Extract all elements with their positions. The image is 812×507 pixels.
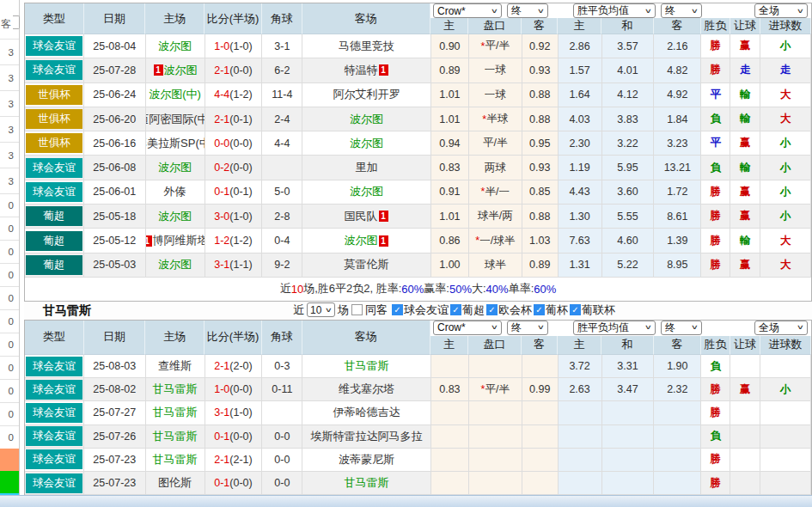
odds-away-cell: 0.93 [522, 156, 559, 180]
odds-source-select[interactable]: Crow*∨ [433, 3, 502, 18]
competition-chip: 球会友谊 [26, 380, 82, 400]
col-header-odds-away: 客 [522, 336, 558, 355]
odds-home-cell: 0.91 [431, 180, 469, 205]
corner-cell: 2-4 [262, 107, 302, 131]
col-header-corner: 角球 [262, 321, 302, 355]
date-cell: 25-07-28 [84, 58, 146, 82]
league-checkbox[interactable]: ✓ [392, 304, 403, 315]
score-cell: 3-0(1-0) [205, 205, 263, 229]
result-char: 大 [780, 234, 791, 248]
avg-away-cell: 4.92 [654, 83, 701, 107]
avg-away-cell: 3.23 [654, 131, 701, 156]
avg-away-cell: 4.82 [654, 58, 701, 82]
avg-away-cell [654, 425, 701, 449]
horizontal-scrollbar-track[interactable] [0, 495, 812, 507]
team-name: 伊蒂哈德吉达 [333, 405, 400, 420]
home-team-cell: 波尔图 [146, 156, 205, 180]
cropped-number: 0 [0, 241, 19, 264]
goals-result-cell: 大 [760, 229, 811, 253]
corner-cell: 4-4 [262, 131, 302, 156]
halftime-score: (0-0) [229, 431, 252, 443]
league-checkbox[interactable]: ✓ [450, 304, 461, 315]
away-team-cell: 国民队1 [302, 205, 431, 229]
table1-rows: 球会友谊25-08-04波尔图1-0(1-0)3-1马德里竞技0.90*平/半0… [25, 34, 811, 278]
chevron-down-icon: ∨ [797, 324, 804, 331]
avg-home-cell: 4.03 [559, 107, 602, 131]
fulltime-score: 0-2 [214, 162, 229, 174]
col-header-odds-handicap: 盘口 [468, 336, 522, 355]
league-checkbox[interactable]: ✓ [570, 304, 581, 315]
red-card-badge: 1 [379, 64, 388, 76]
odds-away-cell: 1.03 [522, 229, 559, 253]
fulltime-score: 3-1 [214, 259, 229, 271]
fulltime-score: 1-2 [214, 235, 229, 247]
competition-chip: 世俱杯 [26, 133, 82, 153]
league-filter-item: ✓葡杯 [534, 302, 568, 318]
halftime-score: (1-0) [229, 211, 252, 223]
odds-home-cell [431, 472, 469, 495]
odds-handicap-cell [469, 472, 522, 495]
scope-select-2[interactable]: 全场∨ [754, 321, 808, 335]
odds-source-select-2[interactable]: Crow*∨ [433, 321, 502, 335]
league-checkbox[interactable]: ✓ [534, 304, 545, 315]
odds-final-select[interactable]: 终∨ [507, 3, 548, 18]
avg-final-select[interactable]: 终∨ [661, 3, 702, 18]
col-header-type: 类型 [25, 3, 84, 34]
main-content: 类型 日期 主场 比分(半场) 角球 客场 Crow*∨ 终∨ 胜平负均值∨ 终… [24, 3, 812, 496]
avg-away-cell [654, 449, 701, 472]
goals-result-cell [760, 401, 811, 425]
competition-chip: 葡超 [26, 231, 82, 251]
avg-type-select[interactable]: 胜平负均值∨ [573, 3, 656, 18]
avg-draw-cell: 3.47 [602, 378, 655, 401]
avg-draw-cell [602, 401, 655, 425]
goals-result-cell: 小 [760, 205, 811, 229]
cropped-color-block [0, 449, 19, 471]
red-card-badge: 1 [379, 211, 388, 222]
match-row: 葡超25-05-18波尔图3-0(1-0)2-8国民队11.01球半/两0.88… [25, 205, 811, 229]
result-cell: 負 [701, 425, 730, 449]
away-team-cell: 埃斯特雷拉达阿马多拉 [302, 425, 431, 449]
result-char: 勝 [710, 63, 721, 77]
halftime-score: (0-0) [229, 64, 252, 76]
scope-select[interactable]: 全场∨ [754, 3, 808, 18]
match-row: 球会友谊25-07-27甘马雷斯3-1(1-0)伊蒂哈德吉达勝 [25, 401, 811, 425]
odds-final-select-2[interactable]: 终∨ [507, 321, 548, 335]
near-count-select[interactable]: 10∨ [307, 302, 335, 317]
handicap-result-cell: 赢 [730, 34, 760, 58]
col-header-goals: 进球数 [760, 18, 811, 34]
corner-cell: 11-4 [262, 83, 302, 107]
corner-cell: 3-1 [262, 34, 302, 58]
same-away-checkbox[interactable] [351, 304, 363, 315]
avg-away-cell: 8.61 [654, 205, 701, 229]
table2-toolbar: 甘马雷斯 近 10∨ 场 同客 ✓球会友谊✓葡超✓欧会杯✓葡杯✓葡联杯 [24, 302, 812, 320]
avg-away-cell: 1.90 [654, 355, 701, 378]
fulltime-score: 0-1 [214, 431, 229, 443]
result-char: 大 [780, 258, 791, 272]
table1-header: 类型 日期 主场 比分(半场) 角球 客场 Crow*∨ 终∨ 胜平负均值∨ 终… [25, 3, 811, 34]
score-cell: 2-1(0-1) [205, 107, 263, 131]
summary-segment: 近 [280, 281, 291, 296]
cropped-number: 3 [0, 168, 19, 194]
score-cell: 0-1(0-0) [205, 472, 263, 495]
match-row: 球会友谊25-08-03查维斯2-1(2-0)0-3甘马雷斯3.723.311.… [25, 355, 811, 378]
league-checkbox[interactable]: ✓ [486, 304, 498, 315]
handicap-result-cell: 輸 [730, 229, 760, 253]
date-cell: 25-08-04 [84, 34, 146, 58]
goals-result-cell: 小 [760, 131, 811, 156]
team-name: 阿尔艾利开罗 [333, 87, 400, 102]
result-char: 小 [780, 39, 791, 53]
result-char: 小 [780, 209, 791, 223]
avg-draw-cell: 5.22 [602, 254, 655, 278]
left-cropped-panel: 客 33333300000000000 [0, 0, 20, 507]
date-cell: 25-08-02 [84, 378, 146, 401]
type-cell: 球会友谊 [25, 449, 84, 472]
col-header-odds-away: 客 [522, 18, 558, 34]
avg-final-select-2[interactable]: 终∨ [661, 321, 702, 335]
odds-home-cell: 0.86 [431, 229, 469, 253]
competition-chip: 球会友谊 [26, 60, 82, 80]
match-row: 葡超25-05-121博阿维斯塔1-2(1-2)0-4波尔图10.86*一/球半… [25, 229, 811, 253]
avg-type-select-2[interactable]: 胜平负均值∨ [573, 321, 656, 335]
league-filter-item: ✓葡超 [450, 302, 485, 318]
team-name: 博阿维斯塔 [153, 233, 205, 248]
team-name: 甘马雷斯 [153, 452, 198, 467]
